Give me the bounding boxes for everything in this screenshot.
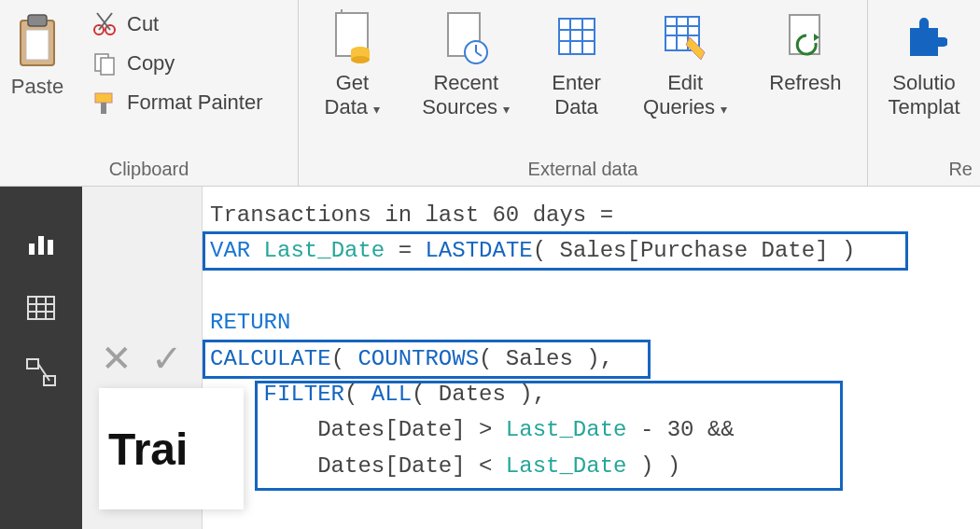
ribbon-group-clipboard: Paste Cut Copy xyxy=(0,0,299,186)
format-painter-label: Format Painter xyxy=(127,90,263,115)
format-painter-button[interactable]: Format Painter xyxy=(84,86,271,119)
svg-rect-31 xyxy=(38,236,44,255)
get-data-button[interactable]: Get Data ▾ xyxy=(314,4,392,126)
model-view-button[interactable] xyxy=(22,355,60,392)
copy-icon xyxy=(91,50,118,77)
left-rail xyxy=(0,187,82,529)
svg-rect-9 xyxy=(95,93,112,103)
svg-rect-8 xyxy=(101,58,114,75)
data-view-button[interactable] xyxy=(22,289,60,327)
group-label-external: External data xyxy=(301,157,865,184)
ribbon: Paste Cut Copy xyxy=(0,0,980,187)
format-painter-icon xyxy=(91,90,118,116)
svg-rect-33 xyxy=(28,297,54,319)
ribbon-group-resources: Solutio Templat Re xyxy=(868,0,980,186)
paste-icon xyxy=(9,7,65,73)
edit-queries-label: Edit Queries xyxy=(643,71,715,118)
code-text: ( Dates ), xyxy=(412,382,546,407)
confirm-formula-button[interactable]: ✓ xyxy=(151,337,183,380)
svg-rect-30 xyxy=(29,244,35,255)
recent-sources-button[interactable]: Recent Sources ▾ xyxy=(411,4,521,126)
paste-label: Paste xyxy=(11,75,63,99)
svg-point-14 xyxy=(351,56,370,63)
cut-label: Cut xyxy=(127,12,159,36)
code-text: ( Sales[Purchase Date] ) xyxy=(533,238,856,263)
report-view-button[interactable] xyxy=(22,224,60,261)
paste-button[interactable]: Paste xyxy=(2,4,73,103)
model-icon xyxy=(25,357,57,389)
solution-templates-button[interactable]: Solutio Templat xyxy=(876,4,971,126)
svg-rect-38 xyxy=(27,359,38,369)
code-text: Dates[Date] > xyxy=(210,417,506,442)
puzzle-icon xyxy=(901,9,947,67)
code-text: VAR xyxy=(210,238,250,263)
report-icon xyxy=(25,227,57,258)
copy-label: Copy xyxy=(127,51,175,76)
get-data-label: Get Data xyxy=(325,71,370,118)
report-preview-text: Trai xyxy=(108,424,188,475)
code-text: FILTER xyxy=(264,382,344,407)
edit-queries-icon xyxy=(662,9,708,67)
code-text: ) ) xyxy=(626,453,680,479)
recent-sources-icon xyxy=(442,9,489,67)
code-text: ALL xyxy=(371,382,412,407)
refresh-button[interactable]: Refresh xyxy=(758,4,852,101)
cancel-formula-button[interactable]: ✕ xyxy=(101,337,133,380)
svg-rect-32 xyxy=(48,240,53,255)
code-text: = xyxy=(399,238,426,263)
group-label-clipboard: Clipboard xyxy=(2,157,296,184)
cut-button[interactable]: Cut xyxy=(84,7,271,41)
code-text: Last_Date xyxy=(250,238,398,263)
group-label-resources: Re xyxy=(870,157,978,184)
svg-rect-10 xyxy=(101,103,106,114)
enter-data-label: Enter Data xyxy=(552,71,601,120)
solution-templates-label: Solutio Templat xyxy=(888,71,959,120)
code-text: CALCULATE xyxy=(210,346,331,371)
svg-rect-2 xyxy=(26,30,49,60)
code-text: Last_Date xyxy=(506,453,627,479)
code-text: Last_Date xyxy=(506,417,627,442)
ribbon-group-external-data: Get Data ▾ Recent Sources ▾ xyxy=(299,0,868,186)
refresh-icon xyxy=(782,9,829,67)
code-text: RETURN xyxy=(210,310,290,335)
edit-queries-button[interactable]: Edit Queries ▾ xyxy=(632,4,738,126)
cut-icon xyxy=(91,11,118,37)
copy-button[interactable]: Copy xyxy=(84,47,271,80)
code-text: - 30 && xyxy=(626,417,734,442)
code-text: ( Sales ), xyxy=(479,346,613,371)
svg-rect-1 xyxy=(28,15,47,26)
code-text: Transactions in last 60 days = xyxy=(210,202,626,228)
get-data-icon xyxy=(329,9,375,67)
enter-data-icon xyxy=(553,9,600,67)
refresh-label: Refresh xyxy=(769,71,841,95)
chevron-down-icon: ▾ xyxy=(373,102,380,117)
enter-data-button[interactable]: Enter Data xyxy=(540,4,612,126)
svg-rect-19 xyxy=(559,19,595,54)
code-text: LASTDATE xyxy=(425,238,532,263)
formula-bar[interactable]: Transactions in last 60 days = VAR Last_… xyxy=(202,187,980,529)
report-preview: Trai xyxy=(99,388,244,509)
chevron-down-icon: ▾ xyxy=(503,102,510,117)
chevron-down-icon: ▾ xyxy=(721,102,727,117)
recent-sources-label: Recent Sources xyxy=(422,71,498,118)
content-area: ✕ ✓ Transactions in last 60 days = VAR L… xyxy=(82,187,980,529)
code-text: ( xyxy=(344,382,371,407)
code-text: ( xyxy=(331,346,358,371)
code-text: COUNTROWS xyxy=(357,346,479,371)
code-text: Dates[Date] < xyxy=(210,453,506,479)
table-icon xyxy=(25,292,57,324)
